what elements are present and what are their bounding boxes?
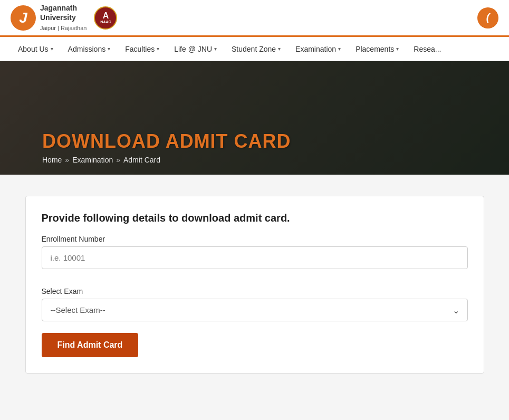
select-exam-label: Select Exam — [42, 287, 468, 295]
main-content: Provide following details to download ad… — [0, 175, 509, 395]
hero-content: DOWNLOAD ADMIT CARD Home » Examination »… — [0, 130, 291, 164]
breadcrumb: Home » Examination » Admit Card — [42, 156, 291, 164]
hero-banner: DOWNLOAD ADMIT CARD Home » Examination »… — [0, 61, 509, 175]
page-title: DOWNLOAD ADMIT CARD — [42, 130, 291, 152]
select-exam-wrapper: --Select Exam-- Mid Term Exam End Term E… — [42, 299, 468, 321]
form-title: Provide following details to download ad… — [42, 212, 468, 224]
chevron-down-icon: ▾ — [157, 46, 159, 52]
nav-item-faculties[interactable]: Faculties ▾ — [118, 37, 167, 61]
breadcrumb-home[interactable]: Home — [42, 156, 62, 164]
breadcrumb-current: Admit Card — [123, 156, 160, 164]
nav-item-admissions[interactable]: Admissions ▾ — [61, 37, 118, 61]
breadcrumb-sep-2: » — [116, 156, 120, 164]
chevron-down-icon: ▾ — [214, 46, 217, 52]
select-exam-group: Select Exam --Select Exam-- Mid Term Exa… — [42, 287, 468, 321]
find-admit-card-button[interactable]: Find Admit Card — [42, 333, 139, 357]
select-exam-dropdown[interactable]: --Select Exam-- Mid Term Exam End Term E… — [42, 299, 468, 321]
nav-item-examination[interactable]: Examination ▾ — [288, 37, 348, 61]
naac-badge: A NAAC — [94, 6, 117, 30]
logo-j-icon: J — [11, 5, 36, 31]
logo-area: J Jagannath University Jaipur | Rajastha… — [11, 3, 117, 32]
university-name-block: Jagannath University Jaipur | Rajasthan — [40, 3, 87, 32]
chevron-down-icon: ▾ — [51, 46, 53, 52]
nav-item-research[interactable]: Resea... — [406, 37, 448, 61]
header: J Jagannath University Jaipur | Rajastha… — [0, 0, 509, 37]
chevron-down-icon: ▾ — [108, 46, 110, 52]
admit-card-form-card: Provide following details to download ad… — [25, 196, 484, 374]
navbar: About Us ▾ Admissions ▾ Faculties ▾ Life… — [0, 37, 509, 61]
breadcrumb-examination[interactable]: Examination — [72, 156, 113, 164]
nav-item-student-zone[interactable]: Student Zone ▾ — [224, 37, 288, 61]
nav-item-placements[interactable]: Placements ▾ — [348, 37, 406, 61]
header-right-icon: ( — [477, 7, 498, 28]
nav-item-life-jnu[interactable]: Life @ JNU ▾ — [167, 37, 224, 61]
breadcrumb-sep-1: » — [65, 156, 69, 164]
enrollment-number-group: Enrollment Number — [42, 235, 468, 279]
chevron-down-icon: ▾ — [396, 46, 399, 52]
enrollment-label: Enrollment Number — [42, 235, 468, 243]
chevron-down-icon: ▾ — [338, 46, 341, 52]
nav-item-about-us[interactable]: About Us ▾ — [11, 37, 61, 61]
enrollment-number-input[interactable] — [42, 246, 468, 269]
university-name: Jagannath University Jaipur | Rajasthan — [40, 3, 87, 32]
chevron-down-icon: ▾ — [278, 46, 281, 52]
